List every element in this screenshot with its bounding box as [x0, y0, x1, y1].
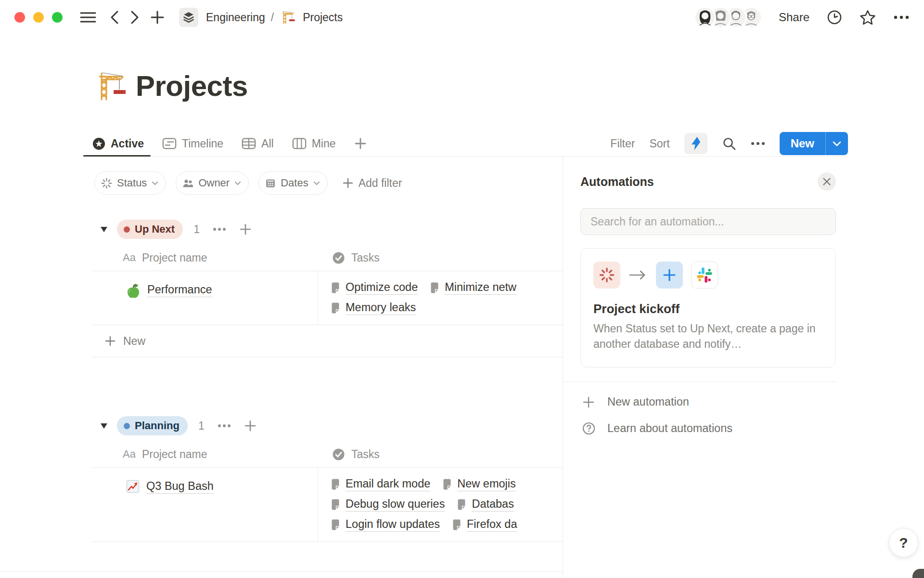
new-automation-button[interactable]: New automation: [580, 389, 836, 415]
sort-button[interactable]: Sort: [649, 137, 669, 150]
filter-button[interactable]: Filter: [610, 137, 635, 150]
avatar[interactable]: [694, 6, 716, 28]
group-label: Up Next: [135, 223, 175, 236]
automation-search-input[interactable]: [590, 215, 827, 229]
question-circle-icon: [582, 422, 595, 435]
favorite-button[interactable]: [860, 10, 876, 26]
more-options-button[interactable]: [893, 15, 910, 20]
automation-search[interactable]: [580, 208, 836, 235]
ellipsis-icon: [893, 15, 910, 20]
window-minimize-button[interactable]: [33, 12, 44, 23]
new-row-button[interactable]: New: [92, 325, 563, 357]
task-page-link[interactable]: Memory leaks: [331, 301, 416, 315]
group-badge[interactable]: Planning: [117, 416, 188, 435]
status-trigger-icon: [593, 262, 620, 289]
owner-filter-chip[interactable]: Owner: [176, 171, 249, 195]
task-page-link[interactable]: New emojis: [443, 477, 515, 491]
task-page-link[interactable]: Firefox da: [452, 518, 517, 532]
collapse-toggle-icon[interactable]: [100, 423, 108, 429]
database-table: Aa Project name Tasks Q3 Bug Bash: [92, 441, 563, 542]
new-page-button[interactable]: [150, 10, 165, 25]
lightning-bolt-icon: [691, 136, 701, 151]
group-add-button[interactable]: [239, 223, 252, 236]
tab-active[interactable]: Active: [92, 131, 144, 156]
board-view-icon: [292, 137, 307, 150]
help-button[interactable]: ?: [889, 528, 918, 557]
task-page-link[interactable]: Email dark mode: [331, 477, 430, 491]
task-page-link[interactable]: Minimize netw: [430, 281, 516, 295]
ellipsis-icon: [751, 142, 765, 145]
collaborator-avatars[interactable]: [694, 6, 762, 28]
share-button[interactable]: Share: [779, 11, 809, 24]
tab-timeline[interactable]: Timeline: [162, 131, 223, 156]
chip-label: Status: [117, 177, 147, 189]
column-header-tasks[interactable]: Tasks: [318, 448, 563, 461]
breadcrumb-teamspace-icon-button[interactable]: [179, 8, 198, 27]
updates-button[interactable]: [827, 10, 842, 25]
chevron-left-icon: [110, 10, 119, 25]
group-options-button[interactable]: [213, 227, 226, 231]
tab-mine[interactable]: Mine: [292, 131, 336, 156]
page-icon: [331, 479, 340, 490]
column-header-project-name[interactable]: Aa Project name: [92, 448, 318, 461]
new-record-label[interactable]: New: [780, 132, 825, 155]
task-label: Databas: [472, 498, 514, 512]
project-page-link[interactable]: Performance: [147, 283, 212, 297]
automations-button[interactable]: [684, 133, 707, 154]
automation-card[interactable]: Project kickoff When Status set to Up Ne…: [580, 248, 836, 368]
breadcrumb-page[interactable]: Projects: [303, 11, 343, 24]
add-view-button[interactable]: [354, 137, 367, 150]
group-options-button[interactable]: [218, 424, 231, 428]
group-badge[interactable]: Up Next: [117, 220, 183, 239]
task-label: Debug slow queries: [346, 498, 445, 512]
database-table: Aa Project name Tasks Performance: [92, 245, 563, 357]
new-record-dropdown[interactable]: [826, 132, 848, 155]
dates-filter-chip[interactable]: Dates: [258, 171, 327, 195]
table-header-row: Aa Project name Tasks: [92, 441, 563, 468]
task-page-link[interactable]: Databas: [457, 498, 514, 512]
green-apple-icon: [126, 283, 141, 299]
task-page-link[interactable]: Login flow updates: [331, 518, 440, 532]
sidebar-menu-button[interactable]: [80, 11, 96, 24]
breadcrumb-teamspace[interactable]: Engineering: [206, 11, 265, 24]
clock-icon: [827, 10, 842, 25]
create-page-action-icon: [656, 262, 683, 289]
learn-about-automations-button[interactable]: Learn about automations: [580, 415, 836, 442]
task-label: Firefox da: [467, 518, 517, 532]
window-close-button[interactable]: [14, 12, 25, 23]
check-circle-icon: [332, 251, 345, 264]
page-icon: [430, 282, 439, 293]
task-label: Optimize code: [346, 281, 418, 295]
close-panel-button[interactable]: [818, 172, 836, 191]
content-bottom-divider: [0, 571, 563, 572]
page-icon: [331, 519, 340, 530]
collapse-toggle-icon[interactable]: [100, 226, 108, 233]
new-record-button[interactable]: New: [780, 132, 848, 155]
view-options-button[interactable]: [751, 142, 765, 145]
project-page-link[interactable]: Q3 Bug Bash: [146, 480, 214, 494]
window-corner: [912, 569, 924, 578]
tab-all[interactable]: All: [242, 131, 274, 156]
search-view-button[interactable]: [722, 136, 736, 151]
group-count: 1: [198, 420, 205, 433]
group-label: Planning: [135, 420, 180, 432]
status-filter-chip[interactable]: Status: [94, 171, 166, 195]
back-button[interactable]: [110, 10, 119, 25]
task-label: New emojis: [457, 477, 515, 491]
status-dot: [124, 226, 130, 233]
hamburger-icon: [80, 11, 96, 24]
group-add-button[interactable]: [244, 420, 257, 432]
window-zoom-button[interactable]: [52, 12, 63, 23]
table-header-row: Aa Project name Tasks: [92, 245, 563, 271]
crane-page-icon: [95, 70, 126, 101]
view-bar: Active Timeline All Mine Filter Sort: [92, 131, 848, 157]
chip-label: Dates: [281, 177, 308, 189]
add-filter-button[interactable]: Add filter: [342, 177, 402, 190]
column-header-tasks[interactable]: Tasks: [318, 251, 563, 264]
page-title[interactable]: Projects: [136, 69, 248, 103]
group-header: Up Next 1: [92, 217, 563, 242]
column-header-project-name[interactable]: Aa Project name: [92, 251, 318, 264]
task-page-link[interactable]: Debug slow queries: [331, 498, 445, 512]
task-page-link[interactable]: Optimize code: [331, 281, 418, 295]
forward-button[interactable]: [130, 10, 140, 25]
